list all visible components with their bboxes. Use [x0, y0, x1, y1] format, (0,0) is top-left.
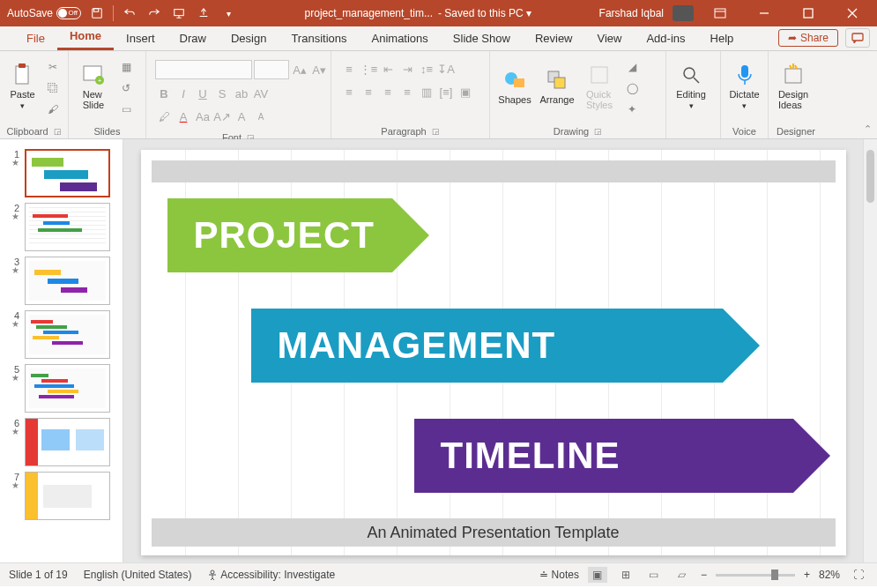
fit-window-icon[interactable]: ⛶ [849, 567, 868, 583]
maximize-button[interactable] [791, 0, 826, 26]
accessibility-status[interactable]: Accessibility: Investigate [207, 569, 335, 581]
slide-editor[interactable]: PROJECT MANAGEMENT TIMELINE An Animated … [123, 139, 863, 562]
thumbnail-slide-6[interactable] [25, 418, 110, 466]
shapes-button[interactable]: Shapes [495, 55, 534, 118]
font-color-icon[interactable]: A [175, 108, 192, 125]
grow-icon[interactable]: A [233, 108, 250, 125]
thumbnail-slide-5[interactable] [25, 364, 110, 413]
user-avatar[interactable] [673, 5, 694, 21]
indent-dec-icon[interactable]: ⇤ [379, 60, 397, 78]
tab-view[interactable]: View [585, 26, 635, 50]
collapse-ribbon-icon[interactable]: ⌃ [864, 123, 872, 135]
paragraph-launcher-icon[interactable]: ◲ [432, 127, 440, 136]
change-case-icon[interactable]: Aa [194, 108, 212, 125]
highlight-icon[interactable]: 🖊 [155, 108, 173, 125]
tab-review[interactable]: Review [523, 26, 585, 50]
tab-design[interactable]: Design [219, 26, 279, 50]
autosave-toggle[interactable]: AutoSave Off [7, 7, 81, 19]
thumbnail-3[interactable]: 3★ [0, 254, 123, 308]
bullets-icon[interactable]: ≡ [340, 60, 358, 78]
arrow-management[interactable]: MANAGEMENT [251, 309, 723, 383]
thumbnail-panel[interactable]: 1★ 2★ 3★ 4★ [0, 139, 123, 562]
align-left-icon[interactable]: ≡ [340, 83, 358, 100]
redo-icon[interactable] [145, 4, 163, 22]
decrease-font-icon[interactable]: A▾ [310, 61, 328, 78]
char-spacing-icon[interactable]: AV [252, 85, 270, 102]
bold-icon[interactable]: B [155, 85, 173, 102]
slideshow-start-icon[interactable] [170, 4, 188, 22]
italic-icon[interactable]: I [175, 85, 192, 102]
thumbnail-1[interactable]: 1★ [0, 146, 123, 200]
tab-animations[interactable]: Animations [360, 26, 441, 50]
vertical-scrollbar[interactable] [863, 139, 877, 562]
thumbnail-7[interactable]: 7★ [0, 469, 123, 523]
arrow-timeline[interactable]: TIMELINE [414, 419, 793, 493]
new-slide-button[interactable]: + New Slide [74, 55, 113, 118]
clear-format-icon[interactable]: A↗ [213, 108, 231, 125]
quick-styles-button[interactable]: Quick Styles [580, 55, 619, 118]
close-button[interactable] [835, 0, 870, 26]
smartart-convert-icon[interactable]: ▣ [457, 83, 474, 100]
increase-font-icon[interactable]: A▴ [291, 61, 308, 78]
shape-fill-icon[interactable]: ◢ [622, 58, 642, 76]
zoom-level[interactable]: 82% [819, 569, 840, 581]
columns-icon[interactable]: ▥ [418, 83, 435, 100]
dictate-button[interactable]: Dictate▾ [726, 55, 762, 118]
tab-draw[interactable]: Draw [167, 26, 219, 50]
justify-icon[interactable]: ≡ [398, 83, 416, 100]
thumbnail-2[interactable]: 2★ [0, 200, 123, 254]
strike-icon[interactable]: S [213, 85, 231, 102]
slide-subtitle[interactable]: An Animated Presentation Template [152, 518, 836, 547]
align-center-icon[interactable]: ≡ [360, 83, 377, 100]
align-text-icon[interactable]: [≡] [437, 83, 455, 100]
thumbnail-4[interactable]: 4★ [0, 308, 123, 361]
shape-outline-icon[interactable]: ◯ [622, 79, 642, 97]
touch-mode-icon[interactable] [195, 4, 212, 22]
arrow-project[interactable]: PROJECT [167, 198, 392, 272]
font-size-combo[interactable] [254, 60, 289, 79]
notes-button[interactable]: ≐ Notes [539, 569, 579, 581]
slide-counter[interactable]: Slide 1 of 19 [9, 569, 68, 581]
shrink-icon[interactable]: A [252, 108, 270, 125]
cut-icon[interactable]: ✂ [43, 58, 63, 76]
slideshow-view-icon[interactable]: ▱ [673, 567, 692, 583]
shape-effects-icon[interactable]: ✦ [622, 100, 642, 118]
indent-inc-icon[interactable]: ⇥ [398, 60, 416, 78]
arrange-button[interactable]: Arrange [538, 55, 576, 118]
thumbnail-6[interactable]: 6★ [0, 415, 123, 469]
tab-addins[interactable]: Add-ins [634, 26, 697, 50]
qat-customize-icon[interactable]: ▾ [219, 4, 237, 22]
line-spacing-icon[interactable]: ↕≡ [418, 60, 435, 78]
layout-icon[interactable]: ▦ [116, 58, 136, 76]
paste-button[interactable]: Paste▾ [5, 55, 40, 118]
copy-icon[interactable]: ⿻ [43, 79, 63, 97]
section-icon[interactable]: ▭ [116, 100, 136, 118]
toggle-switch[interactable]: Off [56, 7, 81, 19]
ribbon-display-icon[interactable] [702, 0, 738, 26]
tab-help[interactable]: Help [698, 26, 747, 50]
reading-view-icon[interactable]: ▭ [644, 567, 664, 583]
format-painter-icon[interactable]: 🖌 [43, 100, 63, 118]
thumbnail-5[interactable]: 5★ [0, 361, 123, 415]
comments-button[interactable] [845, 28, 870, 48]
zoom-out-icon[interactable]: − [701, 569, 707, 581]
normal-view-icon[interactable]: ▣ [588, 567, 607, 583]
zoom-in-icon[interactable]: + [804, 569, 810, 581]
minimize-button[interactable] [747, 0, 782, 26]
drawing-launcher-icon[interactable]: ◲ [594, 127, 602, 136]
tab-slideshow[interactable]: Slide Show [441, 26, 523, 50]
zoom-slider[interactable] [716, 574, 795, 577]
language-status[interactable]: English (United States) [84, 569, 192, 581]
reset-icon[interactable]: ↺ [116, 79, 136, 97]
share-button[interactable]: ➦Share [778, 29, 838, 47]
tab-file[interactable]: File [14, 26, 57, 50]
thumbnail-slide-7[interactable] [25, 472, 110, 520]
undo-icon[interactable] [121, 4, 138, 22]
design-ideas-button[interactable]: Design Ideas [774, 55, 813, 118]
tab-transitions[interactable]: Transitions [279, 26, 359, 50]
editing-button[interactable]: Editing▾ [672, 55, 710, 118]
save-icon[interactable] [88, 4, 106, 22]
underline-icon[interactable]: U [194, 85, 212, 102]
text-direction-icon[interactable]: ↧A [437, 60, 455, 78]
thumbnail-slide-1[interactable] [25, 149, 110, 197]
